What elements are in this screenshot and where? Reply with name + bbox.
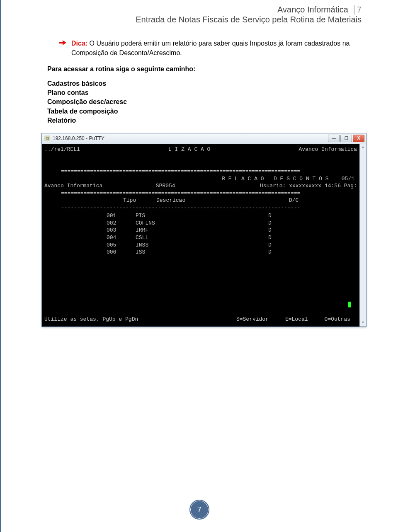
col-tipo: Tipo [123, 197, 156, 204]
term-path: ../rel/REL1 [44, 146, 80, 153]
footer-page-number: 7 [197, 505, 201, 514]
cell-desc: COFINS [136, 220, 268, 227]
cell-tipo: 003 [107, 227, 136, 234]
report-company: Avanco Informatica [44, 182, 102, 190]
cell-tipo: 006 [107, 249, 136, 256]
cell-desc: PIS [136, 212, 268, 220]
scrollbar[interactable]: ▴ ▾ [359, 144, 366, 326]
report-code: SPR054 [156, 182, 175, 190]
header-page-number: 7 [357, 5, 362, 15]
separator-dash: ----------------------------------------… [61, 204, 357, 212]
term-center-banner: L I Z A C A O [168, 146, 210, 153]
footer-opt-s: S=Servidor [236, 316, 269, 323]
path-item: Plano contas [47, 88, 357, 97]
tip-block: Dica: O Usuário poderá emitir um relatór… [59, 39, 357, 58]
cell-dc: D [268, 212, 272, 220]
separator-double: ========================================… [61, 190, 357, 197]
header-subtitle: Entrada de Notas Fiscais de Serviço pela… [38, 15, 362, 24]
cell-desc: ISS [136, 249, 268, 256]
table-row: 005INSSD [44, 242, 357, 249]
arrow-right-icon [59, 40, 66, 46]
terminal-footer: Utilize as setas, PgUp e PgDn S=Servidor… [44, 316, 350, 323]
table-row: 003IRRFD [44, 227, 357, 234]
tip-text: O Usuário poderá emitir um relatório par… [71, 40, 349, 56]
cell-desc: IRRF [136, 227, 268, 234]
footer-hint: Utilize as setas, PgUp e PgDn [44, 316, 138, 323]
cell-desc: INSS [136, 242, 268, 249]
path-intro: Para acessar a rotina siga o seguinte ca… [47, 64, 357, 74]
path-item: Relatório [47, 116, 357, 125]
cell-tipo: 002 [107, 220, 136, 227]
path-item: Tabela de composição [47, 107, 357, 116]
term-right-banner: Avanco Informatica [299, 146, 357, 153]
maximize-button[interactable]: ❐ [340, 135, 352, 142]
path-item: Composição desc/acresc [47, 97, 357, 106]
table-row: 001PISD [44, 212, 357, 220]
path-list: Cadastros básicos Plano contas Composiçã… [47, 79, 357, 126]
cell-dc: D [268, 227, 272, 234]
column-headers: Tipo Descricao D/C [44, 197, 357, 204]
scroll-down-icon[interactable]: ▾ [360, 320, 366, 326]
col-descricao: Descricao [156, 197, 289, 204]
cursor-icon [348, 302, 351, 307]
header-company: Avanço Informática [277, 5, 352, 15]
table-row: 006ISSD [44, 249, 357, 256]
cell-dc: D [268, 220, 272, 227]
minimize-button[interactable]: — [328, 135, 340, 142]
cell-dc: D [268, 234, 272, 242]
terminal-area[interactable]: ../rel/REL1 L I Z A C A O Avanco Informa… [42, 144, 366, 326]
cell-tipo: 005 [107, 242, 136, 249]
cell-tipo: 004 [107, 234, 136, 242]
cell-dc: D [268, 249, 272, 256]
footer-opt-e: E=Local [285, 316, 308, 323]
page-header: Avanço Informática 7 Entrada de Notas Fi… [38, 5, 362, 24]
cell-desc: CSLL [136, 234, 268, 242]
report-title: R E L A C A O D E S C O N T O S 05/1 [44, 175, 357, 183]
scroll-up-icon[interactable]: ▴ [360, 144, 366, 150]
cell-dc: D [268, 242, 272, 249]
separator-double: ========================================… [61, 168, 357, 175]
table-row: 002COFINSD [44, 220, 357, 227]
header-divider [354, 5, 354, 15]
report-user-info: Usuario: xxxxxxxxxx 14:56 Pag: [260, 182, 357, 190]
putty-icon: ⧉ [44, 135, 50, 141]
page-number-badge: 7 [189, 500, 209, 520]
tip-label: Dica: [71, 40, 87, 47]
window-titlebar[interactable]: ⧉ 192.168.0.250 - PuTTY — ❐ X [42, 133, 366, 144]
path-item: Cadastros básicos [47, 79, 357, 88]
table-row: 004CSLLD [44, 234, 357, 242]
close-button[interactable]: X [353, 135, 364, 142]
putty-window: ⧉ 192.168.0.250 - PuTTY — ❐ X ../rel/REL… [41, 133, 366, 327]
cell-tipo: 001 [107, 212, 136, 220]
footer-opt-o: O=Outras [325, 316, 350, 323]
window-title: 192.168.0.250 - PuTTY [53, 135, 104, 141]
col-dc: D/C [289, 197, 298, 204]
